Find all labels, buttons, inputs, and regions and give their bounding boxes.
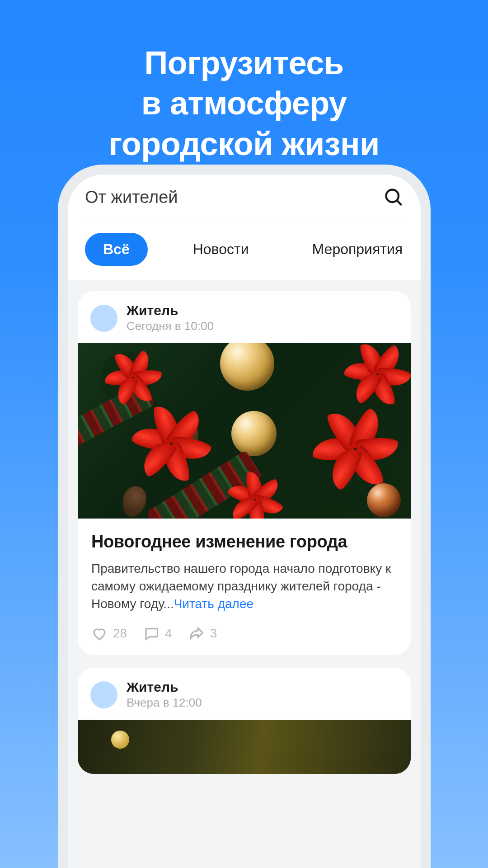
post-time: Сегодня в 10:00 xyxy=(127,319,214,333)
feed-card[interactable]: Житель Сегодня в 10:00 xyxy=(78,291,411,655)
post-excerpt: Правительство нашего города начало подго… xyxy=(91,560,397,613)
avatar[interactable] xyxy=(90,681,117,708)
share-count: 3 xyxy=(210,626,217,641)
promo-headline: Погрузитесь в атмосферу городской жизни xyxy=(0,43,488,164)
share-button[interactable]: 3 xyxy=(188,625,217,642)
phone-frame: От жителей Всё Новости Мероприятия xyxy=(58,165,431,868)
post-image[interactable] xyxy=(78,720,411,774)
svg-line-1 xyxy=(397,200,401,204)
avatar[interactable] xyxy=(90,305,117,332)
page-title: От жителей xyxy=(85,188,178,207)
post-time: Вчера в 12:00 xyxy=(127,696,202,710)
tab-all[interactable]: Всё xyxy=(85,233,148,266)
promo-line-3: городской жизни xyxy=(0,124,488,164)
like-button[interactable]: 28 xyxy=(91,625,127,642)
tab-news[interactable]: Новости xyxy=(175,233,267,266)
promo-line-1: Погрузитесь xyxy=(0,43,488,83)
post-title: Новогоднее изменение города xyxy=(91,531,397,552)
comment-button[interactable]: 4 xyxy=(143,625,172,642)
post-actions: 28 4 xyxy=(91,613,397,642)
post-image[interactable] xyxy=(78,343,411,519)
tab-events[interactable]: Мероприятия xyxy=(294,233,421,266)
comment-count: 4 xyxy=(165,626,172,641)
comment-icon xyxy=(143,625,160,642)
feed[interactable]: Житель Сегодня в 10:00 xyxy=(68,280,421,774)
heart-icon xyxy=(91,625,108,642)
tabs: Всё Новости Мероприятия xyxy=(85,220,404,280)
author-name: Житель xyxy=(127,679,202,695)
screen-header: От жителей Всё Новости Мероприятия xyxy=(68,175,421,280)
like-count: 28 xyxy=(113,626,127,641)
author-name: Житель xyxy=(127,303,214,318)
share-icon xyxy=(188,625,205,642)
promo-line-2: в атмосферу xyxy=(0,83,488,123)
phone-screen: От жителей Всё Новости Мероприятия xyxy=(68,175,421,868)
feed-card[interactable]: Житель Вчера в 12:00 xyxy=(78,668,411,774)
search-icon[interactable] xyxy=(384,187,404,207)
read-more-link[interactable]: Читать далее xyxy=(174,597,253,611)
